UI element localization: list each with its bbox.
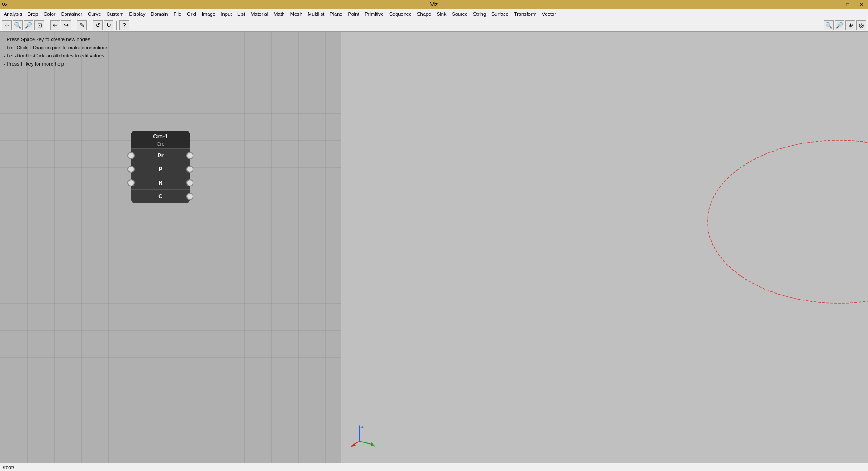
hints-panel: - Press Space key to create new nodes - … <box>4 35 108 68</box>
status-path: /root/ <box>3 465 14 470</box>
axes-svg: Z X Y <box>350 423 377 448</box>
menu-item-primitive[interactable]: Primitive <box>362 9 387 19</box>
view-circle[interactable]: ◎ <box>856 20 866 30</box>
row-c-label: C <box>158 193 162 200</box>
hint-2: - Left-Click + Drag on pins to make conn… <box>4 43 108 52</box>
menu-item-color[interactable]: Color <box>41 9 58 19</box>
menu-item-grid[interactable]: Grid <box>184 9 199 19</box>
minimize-button[interactable]: – <box>827 0 841 9</box>
node-row-r: R <box>131 176 190 189</box>
menu-item-list[interactable]: List <box>235 9 248 19</box>
undo-button[interactable]: ↩ <box>50 20 60 30</box>
menu-item-shape[interactable]: Shape <box>414 9 434 19</box>
separator-3 <box>90 21 90 30</box>
menu-item-string[interactable]: String <box>470 9 489 19</box>
menu-item-vector[interactable]: Vector <box>539 9 559 19</box>
hint-4: - Press H key for more help <box>4 60 108 68</box>
zoom-in-tool[interactable]: 🔍 <box>13 20 23 30</box>
pin-pr-left[interactable] <box>127 152 135 159</box>
svg-text:Z: Z <box>361 424 364 428</box>
menu-item-point[interactable]: Point <box>345 9 362 19</box>
axes-widget: Z X Y <box>350 423 377 449</box>
pin-p-left[interactable] <box>127 166 135 173</box>
app-logo: Vz <box>2 2 8 7</box>
node-title: Crc-1 <box>131 131 190 141</box>
row-pr-label: Pr <box>157 152 164 159</box>
main-area: - Press Space key to create new nodes - … <box>0 32 868 463</box>
draw-tool[interactable]: ✎ <box>77 20 87 30</box>
svg-text:X: X <box>350 444 353 448</box>
row-p-label: P <box>159 166 163 172</box>
refresh2-tool[interactable]: ↻ <box>104 20 113 30</box>
menu-bar: AnalysisBrepColorContainerCurveCustomDis… <box>0 9 868 19</box>
svg-text:Y: Y <box>373 444 376 448</box>
menu-item-analysis[interactable]: Analysis <box>1 9 25 19</box>
pin-c-right[interactable] <box>186 193 193 200</box>
maximize-button[interactable]: □ <box>841 0 854 9</box>
menu-item-math[interactable]: Math <box>271 9 287 19</box>
left-toolbar: ⊹ 🔍 🔎 ⊡ ↩ ↪ ✎ ↺ ↻ ? <box>2 20 129 30</box>
refresh-tool[interactable]: ↺ <box>93 20 103 30</box>
node-crc[interactable]: Crc-1 Crc Pr P R C <box>131 131 190 203</box>
svg-line-7 <box>359 441 373 445</box>
status-bar: /root/ <box>0 463 868 471</box>
zoom-out-tool[interactable]: 🔎 <box>24 20 33 30</box>
view-zoom-in[interactable]: 🔍 <box>824 20 834 30</box>
view-zoom-out[interactable]: 🔎 <box>835 20 844 30</box>
viewport[interactable]: Z X Y <box>341 32 868 463</box>
menu-item-material[interactable]: Material <box>248 9 271 19</box>
right-toolbar: 🔍 🔎 ⊕ ◎ <box>824 20 866 30</box>
viewport-svg <box>341 32 868 463</box>
menu-item-container[interactable]: Container <box>58 9 85 19</box>
close-button[interactable]: ✕ <box>854 0 868 9</box>
pin-r-left[interactable] <box>127 179 135 186</box>
menu-item-display[interactable]: Display <box>126 9 148 19</box>
hint-3: - Left-Double-Click on attributes to edi… <box>4 52 108 60</box>
node-subtitle: Crc <box>131 141 190 148</box>
hint-1: - Press Space key to create new nodes <box>4 35 108 43</box>
menu-item-transform[interactable]: Transform <box>511 9 539 19</box>
menu-item-source[interactable]: Source <box>449 9 470 19</box>
menu-item-surface[interactable]: Surface <box>489 9 511 19</box>
menu-item-custom[interactable]: Custom <box>104 9 127 19</box>
node-row-pr: Pr <box>131 148 190 162</box>
node-editor[interactable]: - Press Space key to create new nodes - … <box>0 32 341 463</box>
svg-marker-2 <box>358 425 361 428</box>
select-tool[interactable]: ⊹ <box>2 20 12 30</box>
menu-item-plane[interactable]: Plane <box>327 9 345 19</box>
window-title: Viz <box>430 1 438 8</box>
menu-item-multilist[interactable]: Multilist <box>305 9 327 19</box>
separator-4 <box>116 21 117 30</box>
menu-item-image[interactable]: Image <box>199 9 218 19</box>
menu-item-curve[interactable]: Curve <box>85 9 104 19</box>
svg-point-0 <box>708 140 868 303</box>
redo-button[interactable]: ↪ <box>61 20 71 30</box>
zoom-fit-tool[interactable]: ⊡ <box>34 20 44 30</box>
menu-item-brep[interactable]: Brep <box>25 9 41 19</box>
title-bar: Vz Viz – □ ✕ <box>0 0 868 9</box>
menu-item-sequence[interactable]: Sequence <box>387 9 415 19</box>
menu-item-domain[interactable]: Domain <box>148 9 171 19</box>
pin-r-right[interactable] <box>186 179 193 186</box>
menu-item-input[interactable]: Input <box>218 9 235 19</box>
row-r-label: R <box>158 179 162 186</box>
menu-item-mesh[interactable]: Mesh <box>288 9 305 19</box>
view-zoom-fit[interactable]: ⊕ <box>845 20 855 30</box>
menu-item-file[interactable]: File <box>170 9 184 19</box>
window-controls: – □ ✕ <box>827 0 868 9</box>
menu-item-sink[interactable]: Sink <box>434 9 449 19</box>
help-button[interactable]: ? <box>119 20 129 30</box>
node-row-p: P <box>131 162 190 176</box>
separator-1 <box>47 21 47 30</box>
pin-p-right[interactable] <box>186 166 193 173</box>
node-row-c: C <box>131 189 190 203</box>
separator-2 <box>74 21 74 30</box>
toolbar: ⊹ 🔍 🔎 ⊡ ↩ ↪ ✎ ↺ ↻ ? 🔍 🔎 ⊕ ◎ <box>0 19 868 32</box>
pin-pr-right[interactable] <box>186 152 193 159</box>
